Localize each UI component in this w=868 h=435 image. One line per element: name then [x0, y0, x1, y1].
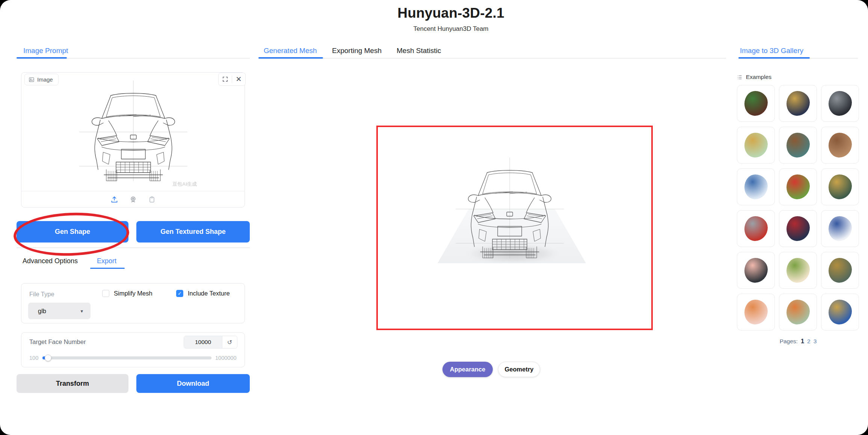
- pumpkin-house-thumbnail: [786, 300, 810, 324]
- examples-list-icon: [737, 74, 743, 80]
- tab-generated-mesh-underline: [258, 57, 323, 59]
- transform-button[interactable]: Transform: [17, 374, 128, 393]
- gallery-item-blue-turtle[interactable]: [821, 294, 859, 330]
- webcam-button[interactable]: [127, 193, 140, 206]
- file-type-label: File Type: [29, 291, 54, 298]
- close-icon: ✕: [236, 76, 242, 83]
- tab-image-to-3d-gallery[interactable]: Image to 3D Gallery: [740, 47, 803, 55]
- image-component-label-text: Image: [37, 76, 53, 83]
- file-type-group: File Type Simplify Mesh ✓ Include Textur…: [21, 283, 245, 323]
- include-texture-label: Include Texture: [188, 290, 230, 297]
- gallery-item-steampunk-robot[interactable]: [779, 127, 817, 164]
- blue-turtle-thumbnail: [829, 300, 852, 324]
- left-section-divider: [17, 247, 250, 248]
- upload-icon: [110, 196, 118, 203]
- app-window: Hunyuan-3D-2.1 Tencent Hunyuan3D Team Im…: [0, 0, 868, 435]
- red-truck-thumbnail: [744, 216, 768, 241]
- webcam-icon: [129, 196, 137, 203]
- target-face-number-slider[interactable]: [42, 356, 211, 359]
- image-controls: ✕: [218, 73, 246, 86]
- slider-max-label: 1000000: [215, 355, 236, 361]
- gallery-item-blue-skull[interactable]: [821, 210, 859, 247]
- car-front-sketch: [77, 75, 190, 188]
- fullscreen-button[interactable]: [219, 73, 232, 85]
- center-tabbar-divider: [258, 58, 726, 59]
- gallery-item-pumpkin-house[interactable]: [779, 294, 817, 330]
- gallery-item-nightstand[interactable]: [737, 85, 775, 122]
- gallery-item-carved-bird[interactable]: [821, 127, 859, 164]
- simplify-mesh-checkbox[interactable]: [102, 290, 109, 297]
- nightstand-thumbnail: [744, 91, 768, 116]
- tab-mesh-statistic[interactable]: Mesh Statistic: [397, 47, 441, 55]
- gallery-item-jade-truck[interactable]: [737, 127, 775, 164]
- include-texture-checkbox[interactable]: ✓: [176, 290, 183, 297]
- porcelain-horse-thumbnail: [744, 174, 768, 199]
- pages-label: Pages:: [780, 338, 798, 344]
- examples-header: Examples: [737, 74, 771, 80]
- file-type-dropdown[interactable]: glb ▾: [28, 303, 91, 319]
- gallery-item-mushroom-house[interactable]: [737, 294, 775, 330]
- gallery-grid: [737, 85, 859, 330]
- eagle-shield-thumbnail: [786, 91, 810, 116]
- page-1[interactable]: 1: [801, 338, 804, 344]
- reset-button[interactable]: ↺: [222, 336, 237, 348]
- bronze-censer-thumbnail: [829, 258, 852, 283]
- image-watermark: 豆包AI生成: [172, 181, 197, 188]
- image-upload-panel: Image ✕ 豆包AI生成: [21, 72, 245, 208]
- examples-label: Examples: [746, 74, 771, 80]
- clear-image-button[interactable]: ✕: [232, 73, 245, 85]
- gen-textured-shape-button[interactable]: Gen Textured Shape: [136, 221, 250, 243]
- page-3[interactable]: 3: [814, 338, 817, 344]
- page-title: Hunyuan-3D-2.1: [34, 5, 868, 21]
- tab-export[interactable]: Export: [97, 257, 116, 265]
- tab-export-underline: [90, 268, 125, 269]
- gallery-item-red-truck[interactable]: [737, 210, 775, 247]
- paste-button[interactable]: [145, 193, 159, 206]
- tab-image-prompt-underline: [17, 57, 67, 59]
- gallery-item-oni-mask[interactable]: [821, 168, 859, 205]
- reset-icon: ↺: [227, 339, 232, 346]
- simplify-mesh-option: Simplify Mesh: [102, 290, 152, 297]
- upload-button[interactable]: [108, 193, 121, 206]
- tab-generated-mesh[interactable]: Generated Mesh: [264, 47, 317, 55]
- slider-handle[interactable]: [45, 355, 51, 361]
- file-type-value: glb: [38, 308, 46, 315]
- gallery-item-cartoon-cow[interactable]: [737, 252, 775, 289]
- download-button[interactable]: Download: [136, 374, 250, 393]
- gen-shape-button[interactable]: Gen Shape: [17, 221, 128, 243]
- checkmark-icon: ✓: [178, 291, 182, 296]
- header: Hunyuan-3D-2.1 Tencent Hunyuan3D Team: [34, 5, 868, 33]
- tab-advanced-options[interactable]: Advanced Options: [23, 257, 78, 265]
- uploaded-image-car-sketch[interactable]: [77, 75, 190, 188]
- simplify-mesh-label: Simplify Mesh: [114, 290, 152, 297]
- carved-bird-thumbnail: [829, 133, 852, 158]
- tab-gallery-underline: [738, 57, 810, 59]
- pagination-pages: 123: [798, 338, 817, 344]
- page-2[interactable]: 2: [807, 338, 811, 344]
- gallery-item-eagle-shield[interactable]: [779, 85, 817, 122]
- target-face-number-group: Target Face Number 10000 ↺ 100 1000000: [21, 332, 245, 367]
- include-texture-option: ✓ Include Texture: [176, 290, 230, 297]
- gallery-item-captain-figure[interactable]: [779, 210, 817, 247]
- jade-truck-thumbnail: [744, 133, 768, 158]
- gallery-item-cartoon-horse[interactable]: [779, 252, 817, 289]
- gallery-item-porcelain-horse[interactable]: [737, 168, 775, 205]
- target-face-number-label: Target Face Number: [29, 338, 86, 346]
- appearance-button[interactable]: Appearance: [442, 362, 493, 377]
- geometry-button[interactable]: Geometry: [498, 362, 540, 377]
- tab-exporting-mesh[interactable]: Exporting Mesh: [332, 47, 382, 55]
- gallery-item-bronze-censer[interactable]: [821, 252, 859, 289]
- fullscreen-icon: [222, 76, 228, 82]
- gallery-item-ninja[interactable]: [821, 85, 859, 122]
- slider-min-label: 100: [29, 355, 38, 361]
- captain-figure-thumbnail: [786, 216, 810, 241]
- cartoon-cow-thumbnail: [744, 258, 768, 283]
- ninja-thumbnail: [829, 91, 852, 116]
- image-source-toolbar: [21, 191, 245, 208]
- cartoon-horse-thumbnail: [786, 258, 810, 283]
- image-icon: [29, 77, 35, 83]
- gallery-item-ninja-turtle[interactable]: [779, 168, 817, 205]
- tab-image-prompt[interactable]: Image Prompt: [23, 47, 68, 55]
- chevron-down-icon: ▾: [80, 308, 83, 314]
- target-face-number-input[interactable]: 10000: [184, 336, 222, 348]
